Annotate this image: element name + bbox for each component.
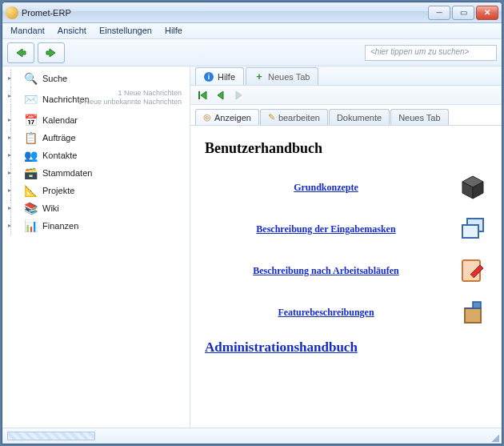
sidebar-item-kontakte[interactable]: 👥 Kontakte <box>4 147 186 164</box>
subtab-label: Anzeigen <box>214 113 251 123</box>
doc-link-row: Featurebeschreibungen <box>205 298 487 327</box>
menu-hilfe[interactable]: Hilfe <box>158 23 189 38</box>
sidebar-item-label: Finanzen <box>42 221 78 231</box>
link-featurebeschreibungen[interactable]: Featurebeschreibungen <box>205 307 447 319</box>
tab-neues[interactable]: + Neues Tab <box>246 67 318 85</box>
sidebar-item-label: Projekte <box>42 186 74 195</box>
menu-mandant[interactable]: Mandant <box>4 23 51 38</box>
close-button[interactable]: ✕ <box>476 6 498 20</box>
sidebar-item-substatus: 1 Neue Nachrichten 1 Neue unbekannte Nac… <box>78 89 182 106</box>
tree-expander-icon[interactable] <box>10 129 18 147</box>
doc-forward-button[interactable] <box>230 88 246 102</box>
doc-fullback-button[interactable] <box>195 88 211 102</box>
tab-label: Neues Tab <box>268 72 310 82</box>
minimize-button[interactable]: ─ <box>428 6 450 20</box>
doc-subtabs: ◎ Anzeigen ✎ bearbeiten Dokumente Neues … <box>190 108 502 126</box>
status-bar <box>2 428 502 444</box>
tree-expander-icon[interactable] <box>10 217 18 235</box>
resize-grip[interactable] <box>490 432 499 442</box>
arrow-right-icon <box>45 46 58 59</box>
sidebar-item-wiki[interactable]: 📚 Wiki <box>4 199 186 217</box>
subtab-label: bearbeiten <box>278 113 320 123</box>
subtab-label: Dokumente <box>337 113 382 123</box>
sidebar: 🔍 Suche ✉️ Nachrichten 1 Neue Nachrichte… <box>2 66 190 428</box>
doc-back-button[interactable] <box>213 88 229 102</box>
link-eingabemasken[interactable]: Beschreibung der Eingabemasken <box>205 223 447 235</box>
sidebar-item-nachrichten[interactable]: ✉️ Nachrichten 1 Neue Nachrichten 1 Neue… <box>4 87 186 111</box>
sidebar-item-label: Stammdaten <box>42 168 92 178</box>
link-administrationshandbuch[interactable]: Administrationshandbuch <box>205 340 358 355</box>
svg-rect-10 <box>462 225 478 238</box>
doc-link-row: Beschreibung nach Arbeitsabläufen <box>205 256 487 285</box>
search-icon: 🔍 <box>23 71 38 86</box>
info-icon: i <box>204 72 214 82</box>
sidebar-item-finanzen[interactable]: 📊 Finanzen <box>4 217 186 235</box>
document-viewport[interactable]: Benutzerhandbuch Grundkonzepte Beschreib… <box>190 126 502 428</box>
clipboard-icon: 📋 <box>23 131 38 145</box>
tab-label: Hilfe <box>218 72 235 82</box>
menu-bar: Mandant Ansicht Einstellungen Hilfe <box>2 23 502 39</box>
sidebar-item-stammdaten[interactable]: 🗃️ Stammdaten <box>4 164 186 182</box>
maximize-button[interactable]: ▭ <box>452 6 474 20</box>
finance-icon: 📊 <box>23 219 38 233</box>
sidebar-item-label: Wiki <box>42 203 59 213</box>
search-input[interactable]: <hier tippen um zu suchen> <box>365 45 497 61</box>
forward-button[interactable] <box>38 42 65 63</box>
svg-marker-4 <box>218 91 223 99</box>
svg-marker-5 <box>236 91 242 99</box>
page-subheading: Administrationshandbuch <box>205 340 487 356</box>
subtab-neues[interactable]: Neues Tab <box>390 109 448 125</box>
sidebar-item-label: Suche <box>42 74 67 83</box>
document-tabs: i Hilfe + Neues Tab <box>190 66 502 86</box>
plus-icon: + <box>254 72 264 82</box>
sidebar-item-label: Kalendar <box>42 115 78 125</box>
view-icon: ◎ <box>203 112 211 123</box>
tree-expander-icon[interactable] <box>10 87 18 111</box>
doc-nav-toolbar <box>190 86 502 105</box>
svg-marker-3 <box>201 91 206 99</box>
subtab-bearbeiten[interactable]: ✎ bearbeiten <box>260 109 328 125</box>
subtab-anzeigen[interactable]: ◎ Anzeigen <box>195 109 259 125</box>
back-button[interactable] <box>7 42 34 63</box>
cube-icon <box>458 173 487 202</box>
link-grundkonzepte[interactable]: Grundkonzepte <box>205 182 447 194</box>
sidebar-item-projekte[interactable]: 📐 Projekte <box>4 182 186 199</box>
sidebar-item-kalendar[interactable]: 📅 Kalendar <box>4 111 186 129</box>
page-heading: Benutzerhandbuch <box>205 140 487 157</box>
edit-note-icon <box>458 256 487 285</box>
link-arbeitsablaeufe[interactable]: Beschreibung nach Arbeitsabläufen <box>205 265 447 277</box>
svg-rect-2 <box>198 91 200 99</box>
subtab-dokumente[interactable]: Dokumente <box>329 109 390 125</box>
window-title: Promet-ERP <box>22 8 428 18</box>
mail-icon: ✉️ <box>23 92 38 106</box>
books-icon: 📚 <box>23 201 38 215</box>
sidebar-item-label: Aufträge <box>42 133 76 143</box>
tree-expander-icon[interactable] <box>10 147 18 164</box>
tab-hilfe[interactable]: i Hilfe <box>195 67 244 85</box>
menu-ansicht[interactable]: Ansicht <box>51 23 93 38</box>
calendar-icon: 📅 <box>23 113 38 127</box>
app-icon <box>6 6 18 19</box>
project-icon: 📐 <box>23 183 38 198</box>
sidebar-item-auftraege[interactable]: 📋 Aufträge <box>4 129 186 147</box>
title-bar[interactable]: Promet-ERP ─ ▭ ✕ <box>2 2 502 23</box>
arrow-left-bar-icon <box>197 89 210 102</box>
pencil-icon: ✎ <box>268 112 275 123</box>
svg-marker-15 <box>465 302 481 308</box>
tree-expander-icon[interactable] <box>10 70 18 87</box>
tree-expander-icon[interactable] <box>10 111 18 129</box>
tree-expander-icon[interactable] <box>10 199 18 217</box>
app-window: Promet-ERP ─ ▭ ✕ Mandant Ansicht Einstel… <box>2 2 502 444</box>
tree-expander-icon[interactable] <box>10 182 18 199</box>
menu-einstellungen[interactable]: Einstellungen <box>93 23 158 38</box>
tree-expander-icon[interactable] <box>10 164 18 182</box>
arrow-right-icon <box>232 89 245 102</box>
progress-bar <box>7 432 95 440</box>
svg-marker-0 <box>17 49 26 57</box>
sidebar-item-suche[interactable]: 🔍 Suche <box>4 70 186 87</box>
package-icon <box>458 298 487 327</box>
arrow-left-icon <box>14 46 27 59</box>
doc-link-row: Grundkonzepte <box>205 173 487 202</box>
svg-marker-1 <box>46 49 55 57</box>
main-toolbar: <hier tippen um zu suchen> <box>2 39 502 66</box>
